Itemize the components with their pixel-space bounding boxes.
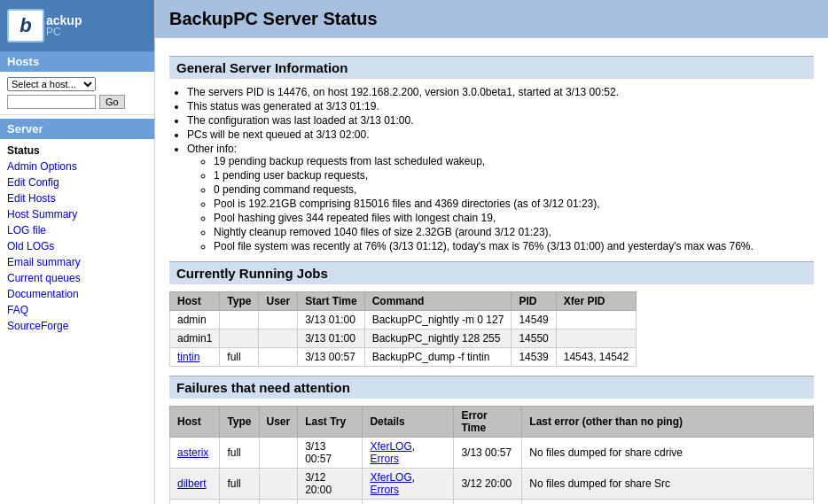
- failure-row-2: hobbes full 3/12 20:00 XferLOG, Errors 3…: [170, 500, 814, 505]
- fail-host-1: dilbert: [170, 469, 220, 500]
- sidebar-item-old-logs[interactable]: Old LOGs: [7, 238, 147, 254]
- fail-user-2: [259, 500, 298, 505]
- running-command-1: BackupPC_nightly 128 255: [364, 330, 512, 348]
- general-info-header: General Server Information: [169, 56, 814, 79]
- page-title: BackupPC Server Status: [169, 9, 378, 28]
- running-starttime-2: 3/13 00:57: [298, 348, 364, 367]
- sub-bullet-0: 19 pending backup requests from last sch…: [214, 155, 814, 167]
- fail-col-type: Type: [220, 407, 259, 438]
- sub-bullet-4: Pool hashing gives 344 repeated files wi…: [214, 212, 814, 224]
- running-row-1: admin1 3/13 01:00 BackupPC_nightly 128 2…: [170, 330, 637, 348]
- fail-type-2: full: [220, 500, 259, 505]
- failures-table: Host Type User Last Try Details Error Ti…: [169, 406, 814, 504]
- fail-xferlog-link-0[interactable]: XferLOG: [370, 440, 411, 453]
- running-jobs-header: Currently Running Jobs: [169, 261, 814, 284]
- fail-user-1: [259, 469, 298, 500]
- info-bullet-2: The configuration was last loaded at 3/1…: [187, 114, 814, 127]
- host-select-area: Select a host... asterix dilbert hobbes …: [0, 72, 154, 115]
- sub-bullet-3: Pool is 192.21GB comprising 815016 files…: [214, 198, 814, 210]
- running-pid-0: 14549: [512, 311, 556, 330]
- page-title-bar: BackupPC Server Status: [155, 0, 828, 38]
- fail-xferlog-link-1[interactable]: XferLOG: [370, 471, 411, 484]
- sub-bullet-2: 0 pending command requests,: [214, 183, 814, 196]
- fail-type-1: full: [220, 469, 259, 500]
- fail-host-2: hobbes: [170, 500, 220, 505]
- logo-bottom: PC: [46, 27, 82, 37]
- sidebar-item-sourceforge[interactable]: SourceForge: [7, 318, 147, 334]
- fail-details-0: XferLOG, Errors: [363, 438, 454, 469]
- col-user: User: [259, 292, 298, 311]
- running-xferpid-2: 14543, 14542: [556, 348, 636, 367]
- col-type: Type: [220, 292, 259, 311]
- sidebar-item-edit-config[interactable]: Edit Config: [7, 174, 147, 190]
- running-xferpid-1: [556, 330, 636, 348]
- logo-brand: ackup PC: [46, 14, 82, 37]
- failure-row-0: asterix full 3/13 00:57 XferLOG, Errors …: [170, 438, 814, 469]
- running-xferpid-0: [556, 311, 636, 330]
- fail-host-link-1[interactable]: dilbert: [177, 477, 207, 490]
- fail-lasttry-0: 3/13 00:57: [298, 438, 363, 469]
- failures-header: Failures that need attention: [169, 376, 814, 399]
- running-host-link-2[interactable]: tintin: [177, 351, 199, 363]
- running-user-1: [259, 330, 298, 348]
- fail-lasterror-2: tree connect failed: NT_STATUS_BAD_NETWO…: [522, 500, 814, 505]
- sidebar-item-status[interactable]: Status: [7, 143, 147, 159]
- running-pid-1: 14550: [512, 330, 556, 348]
- sub-bullet-5: Nightly cleanup removed 1040 files of si…: [214, 226, 814, 238]
- sidebar-item-edit-hosts[interactable]: Edit Hosts: [7, 190, 147, 206]
- host-search-input[interactable]: [7, 95, 96, 109]
- fail-col-last-error: Last error (other than no ping): [522, 407, 814, 438]
- go-button[interactable]: Go: [99, 95, 125, 109]
- sidebar-hosts-header: Hosts: [0, 51, 154, 72]
- fail-errortime-2: 3/12 20:00: [454, 500, 522, 505]
- running-row-0: admin 3/13 01:00 BackupPC_nightly -m 0 1…: [170, 311, 637, 330]
- fail-col-details: Details: [363, 407, 454, 438]
- fail-type-0: full: [220, 438, 259, 469]
- host-select-dropdown[interactable]: Select a host... asterix dilbert hobbes …: [7, 77, 96, 91]
- logo-box: b: [7, 9, 44, 43]
- col-pid: PID: [512, 292, 556, 311]
- running-type-0: [220, 311, 259, 330]
- sidebar-item-documentation[interactable]: Documentation: [7, 286, 147, 302]
- fail-details-1: XferLOG, Errors: [363, 469, 454, 500]
- sidebar-item-current-queues[interactable]: Current queues: [7, 270, 147, 286]
- sidebar-item-host-summary[interactable]: Host Summary: [7, 206, 147, 222]
- running-row-2: tintin full 3/13 00:57 BackupPC_dump -f …: [170, 348, 637, 367]
- sidebar-item-log-file[interactable]: LOG file: [7, 222, 147, 238]
- fail-col-user: User: [259, 407, 298, 438]
- fail-user-0: [259, 438, 298, 469]
- fail-col-last-try: Last Try: [298, 407, 363, 438]
- running-command-2: BackupPC_dump -f tintin: [364, 348, 512, 367]
- sidebar-server-header: Server: [0, 119, 154, 139]
- running-type-1: [220, 330, 259, 348]
- info-list: The servers PID is 14476, on host 192.16…: [187, 86, 814, 252]
- col-start-time: Start Time: [298, 292, 364, 311]
- sidebar-item-email-summary[interactable]: Email summary: [7, 254, 147, 270]
- fail-errors-link-1[interactable]: Errors: [370, 484, 399, 496]
- info-bullet-4: Other info: 19 pending backup requests f…: [187, 143, 814, 252]
- fail-errortime-0: 3/13 00:57: [454, 438, 522, 469]
- sub-list: 19 pending backup requests from last sch…: [214, 155, 814, 252]
- running-starttime-1: 3/13 01:00: [298, 330, 364, 348]
- fail-host-link-0[interactable]: asterix: [177, 446, 208, 459]
- running-type-2: full: [220, 348, 259, 367]
- sidebar-nav: Status Admin Options Edit Config Edit Ho…: [0, 139, 154, 337]
- fail-col-host: Host: [170, 407, 220, 438]
- failure-row-1: dilbert full 3/12 20:00 XferLOG, Errors …: [170, 469, 814, 500]
- fail-errortime-1: 3/12 20:00: [454, 469, 522, 500]
- sub-bullet-6: Pool file system was recently at 76% (3/…: [214, 240, 814, 252]
- running-host-0: admin: [170, 311, 220, 330]
- running-command-0: BackupPC_nightly -m 0 127: [364, 311, 512, 330]
- fail-errors-link-0[interactable]: Errors: [370, 453, 399, 465]
- running-starttime-0: 3/13 01:00: [298, 311, 364, 330]
- running-host-1: admin1: [170, 330, 220, 348]
- sidebar-item-admin-options[interactable]: Admin Options: [7, 159, 147, 174]
- fail-lasttry-1: 3/12 20:00: [298, 469, 363, 500]
- running-user-0: [259, 311, 298, 330]
- col-host: Host: [170, 292, 220, 311]
- running-pid-2: 14539: [512, 348, 556, 367]
- sidebar-item-faq[interactable]: FAQ: [7, 302, 147, 318]
- running-user-2: [259, 348, 298, 367]
- running-jobs-table: Host Type User Start Time Command PID Xf…: [169, 291, 637, 367]
- info-bullet-1: This status was generated at 3/13 01:19.: [187, 100, 814, 112]
